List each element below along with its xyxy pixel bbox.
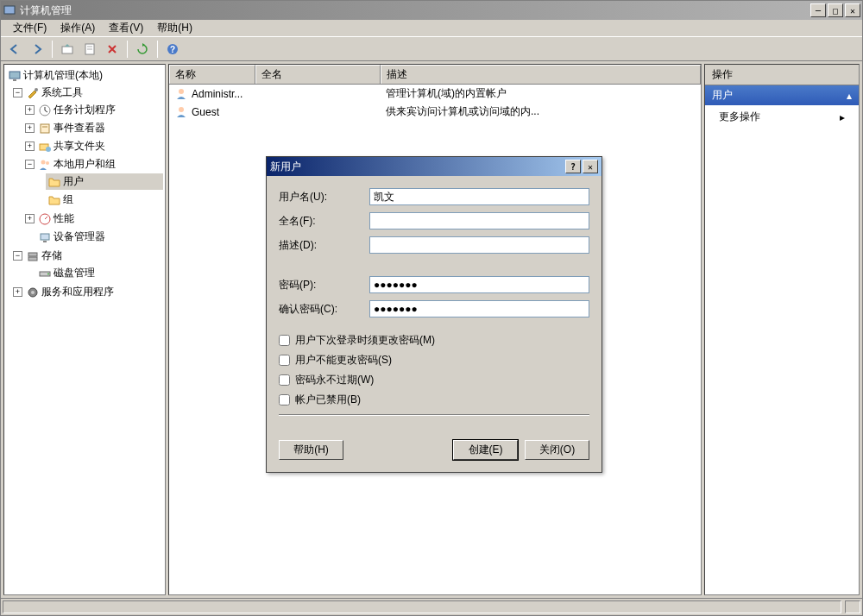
tools-icon (26, 86, 40, 100)
svg-point-17 (46, 161, 49, 165)
check-never-expires[interactable] (279, 374, 290, 386)
menubar: 文件(F) 操作(A) 查看(V) 帮助(H) (1, 20, 862, 37)
check-must-change[interactable] (279, 335, 290, 346)
expand-icon[interactable]: + (25, 105, 35, 115)
help-button[interactable]: 帮助(H) (279, 440, 343, 460)
refresh-button[interactable] (132, 39, 153, 60)
check-never-expires-row[interactable]: 密码永不过期(W) (279, 373, 589, 387)
tree-label: 任务计划程序 (54, 103, 116, 117)
check-must-change-label: 用户下次登录时须更改密码(M) (295, 333, 435, 348)
list-row[interactable]: Administr... 管理计算机(域)的内置帐户 (169, 85, 701, 103)
menu-action[interactable]: 操作(A) (54, 19, 102, 37)
tree-label: 共享文件夹 (54, 139, 105, 154)
check-never-expires-label: 密码永不过期(W) (295, 373, 374, 387)
column-fullname[interactable]: 全名 (255, 65, 381, 84)
tree-label: 设备管理器 (54, 229, 105, 244)
check-cannot-change[interactable] (279, 355, 290, 366)
back-button[interactable] (4, 39, 25, 60)
svg-point-24 (47, 273, 49, 274)
app-icon (3, 3, 16, 17)
new-user-dialog[interactable]: 新用户 ? ✕ 用户名(U): 全名(F): 描述(D): 密码(P): 确认密… (266, 156, 602, 473)
input-username[interactable] (369, 188, 589, 205)
forward-button[interactable] (27, 39, 47, 60)
input-password[interactable] (369, 276, 589, 293)
maximize-button[interactable]: □ (828, 3, 843, 17)
tree-label: 性能 (54, 211, 74, 226)
input-confirm[interactable] (369, 300, 589, 317)
help-button[interactable]: ? (162, 39, 183, 60)
input-description[interactable] (369, 236, 589, 254)
tree-users[interactable]: 用户 (46, 173, 163, 190)
tree-task-scheduler[interactable]: + 任务计划程序 (23, 102, 163, 118)
menu-file[interactable]: 文件(F) (6, 19, 54, 37)
tree-services-apps[interactable]: + 服务和应用程序 (11, 284, 163, 300)
tree-root[interactable]: 计算机管理(本地) (6, 67, 163, 84)
properties-button[interactable] (79, 39, 100, 60)
label-username: 用户名(U): (279, 190, 369, 204)
svg-rect-19 (41, 234, 49, 240)
tree-local-users-groups[interactable]: − 本地用户和组 (23, 156, 163, 173)
label-password: 密码(P): (279, 278, 369, 292)
delete-button[interactable] (102, 39, 123, 60)
tree-groups[interactable]: 组 (46, 192, 163, 208)
svg-point-27 (179, 89, 184, 94)
expand-icon[interactable]: + (25, 141, 35, 151)
tree-panel[interactable]: 计算机管理(本地) − 系统工具 + (3, 64, 166, 595)
svg-point-26 (31, 291, 35, 294)
menu-view[interactable]: 查看(V) (102, 19, 150, 37)
expand-icon[interactable]: + (13, 287, 22, 297)
dialog-title: 新用户 (270, 160, 565, 174)
menu-help[interactable]: 帮助(H) (150, 19, 199, 37)
folder-icon (47, 193, 61, 207)
toolbar-separator (52, 41, 53, 58)
minimize-button[interactable]: ─ (810, 3, 826, 17)
check-cannot-change-row[interactable]: 用户不能更改密码(S) (279, 353, 589, 368)
check-must-change-row[interactable]: 用户下次登录时须更改密码(M) (279, 333, 589, 348)
expand-icon[interactable]: + (25, 214, 35, 223)
chevron-right-icon: ▸ (840, 111, 845, 123)
cell-description: 供来宾访问计算机或访问域的内... (386, 104, 539, 119)
up-button[interactable] (57, 39, 78, 60)
tree-label: 存储 (41, 248, 62, 263)
check-disabled[interactable] (279, 394, 290, 405)
event-icon (38, 122, 52, 135)
list-header: 名称 全名 描述 (169, 65, 701, 85)
dialog-buttons: 帮助(H) 创建(E) 关闭(O) (267, 431, 602, 472)
tree-label: 组 (63, 192, 73, 207)
dialog-titlebar[interactable]: 新用户 ? ✕ (267, 157, 602, 176)
label-description: 描述(D): (279, 238, 369, 253)
dialog-close-button[interactable]: ✕ (583, 160, 598, 173)
actions-header: 操作 (705, 65, 859, 85)
window-controls: ─ □ ✕ (810, 3, 860, 17)
list-row[interactable]: Guest 供来宾访问计算机或访问域的内... (169, 103, 701, 121)
services-icon (26, 286, 40, 299)
tree-disk-management[interactable]: 磁盘管理 (23, 265, 163, 281)
check-disabled-row[interactable]: 帐户已禁用(B) (279, 393, 589, 407)
expand-icon[interactable]: + (25, 123, 35, 133)
tree-event-viewer[interactable]: + 事件查看器 (23, 120, 163, 136)
tree-device-manager[interactable]: 设备管理器 (23, 229, 163, 245)
column-description[interactable]: 描述 (381, 65, 701, 84)
window-title: 计算机管理 (20, 3, 810, 18)
tree-storage[interactable]: − 存储 (11, 248, 163, 264)
tree-performance[interactable]: + 性能 (23, 211, 163, 227)
column-name[interactable]: 名称 (169, 65, 255, 84)
actions-group-title[interactable]: 用户 ▴ (705, 85, 859, 105)
tree-system-tools[interactable]: − 系统工具 (11, 85, 163, 101)
close-dialog-button[interactable]: 关闭(O) (525, 440, 589, 460)
svg-point-15 (46, 147, 51, 152)
collapse-icon[interactable]: − (13, 251, 22, 261)
collapse-icon[interactable]: − (25, 160, 35, 169)
actions-panel: 操作 用户 ▴ 更多操作 ▸ (704, 64, 860, 595)
statusbar-section (3, 600, 841, 613)
dialog-separator (279, 414, 589, 416)
dialog-help-button[interactable]: ? (565, 160, 581, 173)
input-fullname[interactable] (369, 212, 589, 229)
tree-shared-folders[interactable]: + 共享文件夹 (23, 138, 163, 154)
actions-more[interactable]: 更多操作 ▸ (705, 105, 859, 129)
titlebar[interactable]: 计算机管理 ─ □ ✕ (1, 1, 862, 20)
svg-rect-22 (28, 257, 37, 261)
collapse-icon[interactable]: − (13, 88, 22, 97)
create-button[interactable]: 创建(E) (453, 440, 518, 460)
close-button[interactable]: ✕ (845, 3, 860, 17)
